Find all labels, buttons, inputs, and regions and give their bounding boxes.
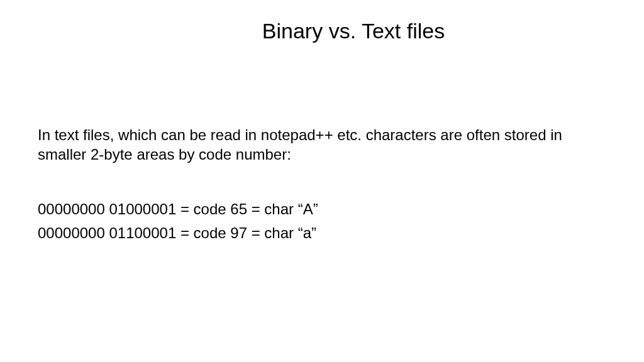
- slide-container: Binary vs. Text files In text files, whi…: [0, 0, 644, 362]
- slide-title: Binary vs. Text files: [101, 19, 606, 43]
- slide-body-text: In text files, which can be read in note…: [38, 125, 606, 164]
- code-example-1: 00000000 01000001 = code 65 = char “A”: [38, 199, 606, 220]
- code-example-2: 00000000 01100001 = code 97 = char “a”: [38, 222, 606, 244]
